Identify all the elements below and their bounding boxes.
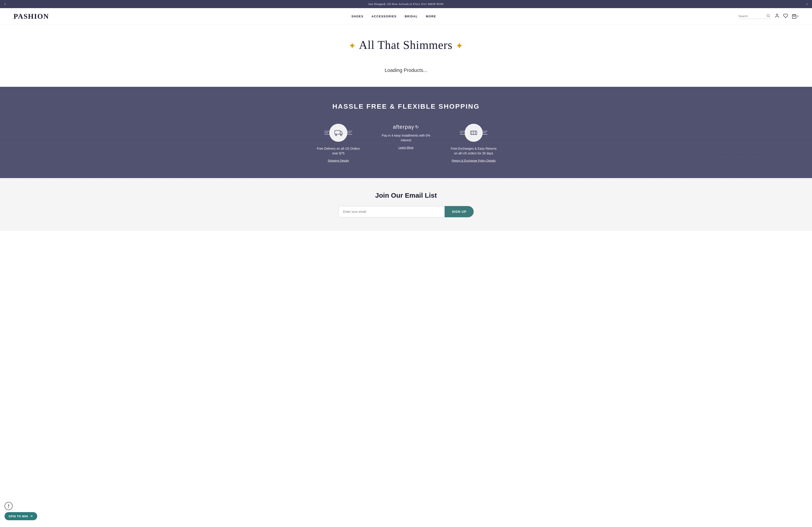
announcement-next-button[interactable]: ›: [806, 2, 808, 6]
loading-text: Loading Products...: [0, 58, 812, 87]
svg-point-6: [340, 134, 342, 136]
line: [347, 133, 351, 133]
feature-afterpay: afterpay ↻ Pay in 4 easy installments wi…: [381, 124, 431, 149]
afterpay-text-desc: Pay in 4 easy installments with 0% inter…: [381, 133, 431, 143]
features-grid: Free Delivery on all US Orders over $75 …: [9, 124, 803, 162]
line: [324, 134, 330, 135]
line: [482, 131, 488, 132]
logo[interactable]: PASHION: [14, 12, 49, 20]
sparkle-left: ✦: [348, 41, 357, 51]
email-form: SIGN UP: [338, 206, 474, 217]
feature-returns: Free Exchanges & Easy Returns on all US …: [449, 124, 498, 162]
line: [460, 131, 465, 132]
line: [482, 133, 486, 133]
header: PASHION SHOES ACCESSORIES BRIDAL MORE: [0, 8, 812, 25]
nav-bridal[interactable]: BRIDAL: [405, 15, 418, 18]
nav-more[interactable]: MORE: [426, 15, 436, 18]
returns-lines-right: [482, 131, 488, 135]
cart-count: 0: [797, 15, 798, 18]
search-button[interactable]: [766, 14, 771, 18]
features-section: HASSLE FREE & FLEXIBLE SHOPPING: [0, 87, 812, 178]
search-input[interactable]: [738, 14, 766, 18]
svg-point-2: [776, 14, 778, 16]
return-exchange-policy-link[interactable]: Return & Exchange Policy Details: [452, 159, 495, 162]
feature-delivery: Free Delivery on all US Orders over $75 …: [314, 124, 363, 162]
line: [460, 133, 464, 133]
svg-rect-4: [335, 131, 340, 134]
cart-wrapper[interactable]: 0: [792, 14, 798, 19]
hero-title: ✦ All That Shimmers ✦: [9, 38, 803, 51]
nav-accessories[interactable]: ACCESSORIES: [372, 15, 396, 18]
cart-icon: [792, 14, 797, 19]
line: [324, 133, 329, 133]
signup-button[interactable]: SIGN UP: [445, 206, 474, 217]
wishlist-icon[interactable]: [783, 13, 788, 19]
hero-section: ✦ All That Shimmers ✦: [0, 25, 812, 58]
learn-more-link[interactable]: Learn More: [398, 146, 414, 149]
line: [347, 134, 352, 135]
hero-title-text: All That Shimmers: [359, 39, 452, 51]
afterpay-text: afterpay: [393, 124, 414, 130]
header-actions: 0: [738, 13, 798, 19]
svg-point-5: [335, 134, 337, 136]
delivery-text: Free Delivery on all US Orders over $75: [314, 146, 363, 156]
announcement-text: Just Dropped: All New Arrivals to FALL F…: [368, 2, 444, 6]
shipping-details-link[interactable]: Shipping Details: [328, 159, 349, 162]
delivery-icon-circle: [329, 124, 347, 142]
returns-lines-left: [460, 131, 465, 135]
sparkle-right: ✦: [455, 41, 464, 51]
email-title: Join Our Email List: [9, 192, 803, 199]
nav-shoes[interactable]: SHOES: [351, 15, 363, 18]
returns-icon-circle: [465, 124, 483, 142]
line: [324, 131, 330, 132]
account-icon[interactable]: [774, 13, 780, 19]
line: [482, 134, 488, 135]
svg-point-0: [767, 14, 769, 17]
returns-svg-icon: [469, 128, 479, 138]
returns-text: Free Exchanges & Easy Returns on all US …: [449, 146, 498, 156]
features-title: HASSLE FREE & FLEXIBLE SHOPPING: [9, 103, 803, 110]
announcement-prev-button[interactable]: ‹: [4, 2, 6, 6]
delivery-svg-icon: [333, 128, 343, 138]
search-container: [738, 14, 771, 19]
announcement-bar: ‹ Just Dropped: All New Arrivals to FALL…: [0, 0, 812, 8]
email-input[interactable]: [338, 206, 445, 217]
svg-line-1: [769, 16, 770, 17]
main-nav: SHOES ACCESSORIES BRIDAL MORE: [351, 15, 436, 18]
delivery-lines-left: [324, 131, 330, 135]
line: [347, 131, 352, 132]
afterpay-arrow-icon: ↻: [415, 124, 419, 130]
email-section: Join Our Email List SIGN UP: [0, 178, 812, 231]
afterpay-logo: afterpay ↻: [393, 124, 419, 130]
delivery-lines-right: [347, 131, 352, 135]
line: [460, 134, 465, 135]
